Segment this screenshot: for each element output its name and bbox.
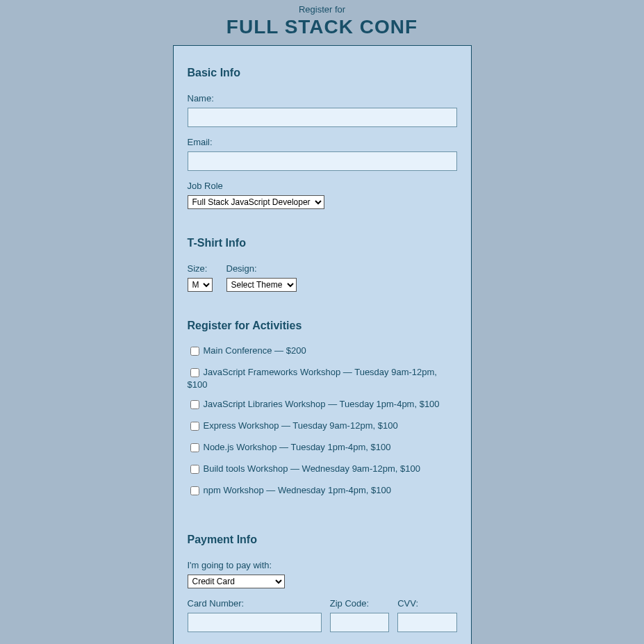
activity-item[interactable]: Build tools Workshop — Wednesday 9am-12p… [188,463,457,476]
card-number-label: Card Number: [188,598,322,609]
activities-section: Register for Activities Main Conference … [188,313,457,506]
activity-label: JavaScript Libraries Workshop — Tuesday … [204,399,440,409]
email-label: Email: [188,137,457,147]
activity-checkbox[interactable] [190,347,199,356]
header-title: FULL STACK CONF [0,16,644,38]
card-number-input[interactable] [188,613,322,632]
activity-item[interactable]: Express Workshop — Tuesday 9am-12pm, $10… [188,420,457,433]
cvv-input[interactable] [397,613,456,632]
activity-label: Express Workshop — Tuesday 9am-12pm, $10… [204,420,398,431]
header-subtitle: Register for [0,4,644,15]
tshirt-legend: T-Shirt Info [188,230,457,254]
activity-item[interactable]: Node.js Workshop — Tuesday 1pm-4pm, $100 [188,441,457,454]
design-select[interactable]: Select Theme [226,278,297,292]
basic-info-legend: Basic Info [188,60,457,83]
activity-item[interactable]: JavaScript Frameworks Workshop — Tuesday… [188,366,457,390]
activity-label: Node.js Workshop — Tuesday 1pm-4pm, $100 [204,442,391,452]
registration-form: Basic Info Name: Email: Job Role Full St… [173,45,472,644]
activity-label: Main Conference — $200 [204,345,306,356]
job-role-select[interactable]: Full Stack JavaScript Developer [188,195,324,209]
activity-checkbox[interactable] [190,443,199,452]
zip-label: Zip Code: [330,598,389,609]
activity-checkbox[interactable] [190,400,199,409]
tshirt-section: T-Shirt Info Size: M Design: Select Them… [188,230,457,292]
cvv-label: CVV: [397,598,456,609]
payment-legend: Payment Info [188,527,457,550]
activity-item[interactable]: Main Conference — $200 [188,345,457,358]
name-input[interactable] [188,108,457,127]
activity-label: JavaScript Frameworks Workshop — Tuesday… [188,367,437,390]
activity-checkbox[interactable] [190,465,199,474]
activity-checkbox[interactable] [190,368,199,377]
activity-label: npm Workshop — Wednesday 1pm-4pm, $100 [204,485,392,495]
email-input[interactable] [188,151,457,171]
job-role-label: Job Role [188,181,457,191]
activity-item[interactable]: JavaScript Libraries Workshop — Tuesday … [188,398,457,411]
design-label: Design: [226,263,297,274]
pay-with-label: I'm going to pay with: [188,560,457,570]
activity-item[interactable]: npm Workshop — Wednesday 1pm-4pm, $100 [188,484,457,497]
page-header: Register for FULL STACK CONF [0,4,644,38]
activity-label: Build tools Workshop — Wednesday 9am-12p… [204,463,420,474]
basic-info-section: Basic Info Name: Email: Job Role Full St… [188,60,457,209]
zip-input[interactable] [330,613,389,632]
payment-section: Payment Info I'm going to pay with: Cred… [188,527,457,644]
activity-checkbox[interactable] [190,422,199,431]
size-label: Size: [188,263,213,274]
activities-legend: Register for Activities [188,313,457,336]
name-label: Name: [188,93,457,104]
activity-checkbox[interactable] [190,486,199,495]
pay-with-select[interactable]: Credit Card [188,575,285,588]
size-select[interactable]: M [188,278,213,292]
